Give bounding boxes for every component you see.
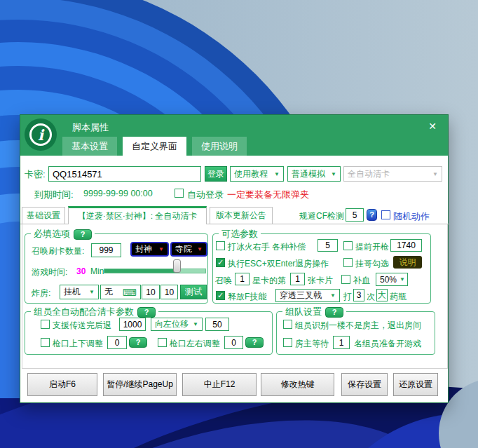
early-fire-input[interactable]: [390, 239, 422, 252]
chevron-down-icon: ▼: [400, 276, 405, 283]
f-skill-checkbox[interactable]: [216, 291, 225, 300]
bomb-num-input-2[interactable]: [161, 285, 178, 299]
esc-enter-label: 执行ESC+双Enter退房操作: [228, 258, 329, 270]
summon-star-label-1: 召唤: [215, 275, 232, 287]
map-dropdown-1[interactable]: 封神 ▼: [130, 242, 169, 257]
compensation-input[interactable]: [317, 239, 338, 252]
expire-label: 到期时间:: [34, 189, 74, 201]
card-index-input[interactable]: [290, 273, 305, 285]
shift-direction-dropdown[interactable]: 向左位移 ▼: [151, 318, 203, 331]
login-button[interactable]: 登录: [205, 166, 227, 182]
abort-button[interactable]: 中止F12: [182, 373, 257, 396]
optional-panel-title: 可选参数: [221, 228, 258, 240]
game-time-slider[interactable]: [104, 264, 206, 278]
muzzle-horizontal-label: 枪口左右调整: [170, 338, 220, 350]
member-identify-label: 组员识别一楼不是房主，退出房间: [295, 320, 421, 332]
game-time-slider-fill: [104, 269, 177, 273]
bomb-mode-dropdown[interactable]: 挂机 ▼: [60, 285, 99, 299]
muzzle-vertical-checkbox[interactable]: [41, 338, 50, 347]
chevron-down-icon: ▼: [274, 171, 280, 177]
pause-resume-button[interactable]: 暂停/继续PageUp: [103, 373, 177, 396]
clear-mode-dropdown-disabled: 全自动清卡 ▼: [343, 166, 442, 182]
cf-detect-input[interactable]: [346, 208, 364, 222]
game-time-label: 游戏时间:: [32, 266, 67, 278]
support-teleport-label: 支援传送完后退: [53, 320, 111, 332]
auto-login-label: 自动登录: [187, 189, 224, 201]
required-options-panel: 必填选项 ? 召唤刷卡数量: 封神 ▼ 寺院 ▼ 游戏时间: 30 Min 炸房…: [25, 233, 208, 304]
map-dropdown-2[interactable]: 寺院 ▼: [170, 242, 207, 257]
random-action-label: 随机动作: [393, 210, 430, 223]
potion-label: 药瓶: [390, 291, 407, 303]
game-time-slider-thumb[interactable]: [173, 259, 181, 273]
required-help-button[interactable]: ?: [74, 229, 92, 240]
support-teleport-checkbox[interactable]: [41, 320, 50, 329]
heal-percent-dropdown[interactable]: 50% ▼: [376, 273, 408, 286]
summon-count-label: 召唤刷卡数量:: [32, 245, 84, 257]
cf-help-button[interactable]: ?: [367, 209, 377, 221]
muzzle-vertical-label: 枪口上下调整: [53, 338, 103, 350]
bomb-num-input-1[interactable]: [142, 285, 160, 299]
explain-button[interactable]: 说明: [393, 256, 422, 269]
chevron-down-icon: ▼: [330, 292, 336, 299]
heal-checkbox[interactable]: [341, 275, 350, 284]
expire-value: 9999-99-99 00:00: [83, 189, 153, 198]
muzzle-horizontal-help-button[interactable]: ?: [245, 337, 264, 348]
ice-fire-label: 打冰火右手: [228, 241, 270, 253]
tab-instructions[interactable]: 使用说明: [192, 137, 247, 156]
subtab-auto-clear[interactable]: 【逆袭·禁区·封神】: 全自动清卡: [68, 206, 207, 224]
ice-fire-checkbox[interactable]: [216, 241, 225, 250]
summon-count-input[interactable]: [91, 243, 121, 257]
chevron-down-icon: ▼: [89, 289, 95, 295]
muzzle-vertical-help-button[interactable]: ?: [129, 337, 147, 348]
random-action-checkbox[interactable]: [381, 210, 390, 219]
team-help-button[interactable]: ?: [325, 307, 343, 318]
chevron-down-icon: ▼: [197, 246, 203, 252]
times-label: 次: [367, 291, 375, 303]
test-button[interactable]: 测试: [180, 285, 207, 299]
early-fire-checkbox[interactable]: [343, 241, 353, 250]
tab-custom-interface[interactable]: 自定义界面: [123, 137, 186, 156]
auto-login-checkbox[interactable]: [175, 189, 184, 198]
summon-star-label-2: 星卡的第: [252, 275, 286, 287]
chevron-down-icon: ▼: [193, 321, 198, 327]
optional-params-panel: 可选参数 打冰火右手 各种补偿 提前开枪 执行ESC+双Enter退房操作 挂哥…: [212, 233, 431, 304]
star-level-input[interactable]: [235, 273, 250, 285]
close-icon[interactable]: ✕: [428, 121, 437, 132]
f-skill-label: 释放F技能: [228, 291, 266, 303]
esc-enter-checkbox[interactable]: [216, 258, 225, 267]
host-wait-checkbox[interactable]: [283, 338, 292, 347]
cf-detect-label: 规避CF检测: [299, 210, 344, 222]
retreat-distance-input[interactable]: [119, 318, 146, 331]
skill-dropdown[interactable]: 穿透三叉戟 ▼: [275, 289, 340, 302]
hit-count-input[interactable]: [353, 289, 364, 301]
card-key-label: 卡密:: [25, 168, 46, 181]
warning-text: 一定要装备无限弹夹: [227, 189, 309, 201]
heal-label: 补血: [353, 275, 370, 287]
muzzle-horizontal-input[interactable]: [224, 336, 243, 349]
chevron-down-icon: ▼: [432, 171, 438, 177]
chevron-down-icon: ▼: [331, 171, 336, 177]
tutorial-dropdown[interactable]: 使用教程 ▼: [230, 166, 284, 182]
member-help-button[interactable]: ?: [137, 307, 156, 318]
card-key-input[interactable]: [48, 166, 201, 182]
early-fire-label: 提前开枪: [355, 241, 389, 253]
game-time-value: 30: [76, 266, 86, 276]
shift-amount-input[interactable]: [205, 318, 229, 331]
host-wait-count-input[interactable]: [333, 336, 350, 349]
bomb-hotkey-field[interactable]: 无 ⌨: [100, 285, 141, 299]
hang-bro-checkbox[interactable]: [343, 258, 353, 267]
mode-dropdown[interactable]: 普通模拟 ▼: [287, 166, 341, 182]
muzzle-horizontal-checkbox[interactable]: [158, 338, 167, 347]
subtab-update-notice[interactable]: 版本更新公告: [210, 207, 273, 224]
subtab-base-settings[interactable]: 基础设置: [22, 207, 65, 224]
potion-size-field[interactable]: [376, 289, 388, 301]
restore-settings-button[interactable]: 还原设置: [393, 373, 438, 396]
member-identify-checkbox[interactable]: [283, 320, 292, 329]
titlebar: i 脚本属性 ✕ 基本设置 自定义界面 使用说明: [20, 115, 448, 156]
start-button[interactable]: 启动F6: [27, 373, 97, 396]
muzzle-vertical-input[interactable]: [107, 336, 127, 349]
modify-hotkey-button[interactable]: 修改热键: [261, 373, 334, 396]
save-settings-button[interactable]: 保存设置: [341, 373, 388, 396]
tab-basic-settings[interactable]: 基本设置: [62, 137, 117, 156]
keyboard-icon: ⌨: [123, 287, 137, 297]
